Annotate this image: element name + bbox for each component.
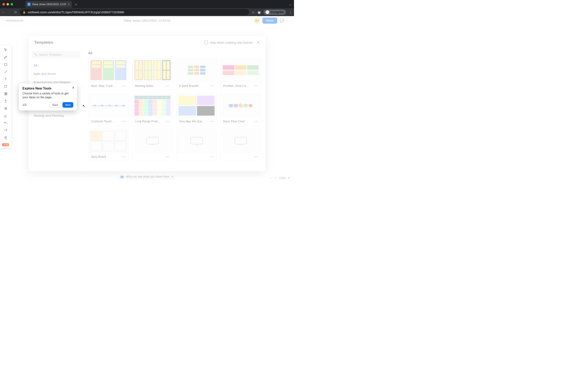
tab-overflow-icon[interactable]: ⌄ <box>289 2 292 6</box>
card-menu-icon[interactable]: ••• <box>210 155 214 158</box>
eraser-tool[interactable] <box>2 113 9 119</box>
trash-tool[interactable] <box>2 135 9 141</box>
templates-tool[interactable] <box>2 91 9 97</box>
skip-label: Skip when creating new boards <box>210 41 252 44</box>
close-tab-icon[interactable]: ✕ <box>68 3 70 6</box>
browser-chrome: Z Daisy Jonas 19/01/2023, 12:03 ✕ ＋ ⌄ ← … <box>0 0 294 16</box>
zoom-level[interactable]: 100% <box>279 176 286 180</box>
page-title[interactable]: Daisy Jonas 19/01/2023, 12:03:03 <box>124 19 170 22</box>
card-menu-icon[interactable]: ••• <box>210 84 214 87</box>
shape-tool[interactable] <box>2 61 9 67</box>
template-thumb <box>221 94 261 118</box>
redo-tool[interactable] <box>2 127 9 133</box>
browser-menu-icon[interactable]: ⋮ <box>289 10 292 14</box>
template-card[interactable]: ••• <box>221 129 261 161</box>
search-placeholder: Search Templates <box>39 53 62 56</box>
incognito-badge[interactable]: Incognito <box>264 9 286 15</box>
template-card[interactable]: ••• <box>176 129 217 161</box>
category-agile[interactable]: Agile and Scrum <box>31 70 81 77</box>
template-card[interactable]: How May We Que…••• <box>176 93 217 125</box>
search-input[interactable]: 🔍 Search Templates <box>31 51 81 58</box>
nav-forward-icon[interactable]: → <box>8 10 11 14</box>
card-menu-icon[interactable]: ••• <box>122 120 126 123</box>
card-menu-icon[interactable]: ••• <box>254 84 258 87</box>
close-banner-icon[interactable]: ✕ <box>171 175 174 178</box>
skip-checkbox-row[interactable]: Skip when creating new boards <box>204 41 252 44</box>
card-menu-icon[interactable]: ••• <box>254 120 258 123</box>
template-card[interactable]: Story Board••• <box>88 129 129 161</box>
template-card[interactable]: Long Range Prod…••• <box>132 93 173 125</box>
more-menu-icon[interactable]: ⋯ <box>287 18 290 23</box>
card-menu-icon[interactable]: ••• <box>166 120 170 123</box>
coach-next-button[interactable]: Next <box>62 102 73 108</box>
zoom-out-icon[interactable]: − <box>270 176 272 180</box>
card-menu-icon[interactable]: ••• <box>210 120 214 123</box>
card-menu-icon[interactable]: ••• <box>254 155 258 158</box>
comments-icon[interactable]: 💬 <box>280 18 284 23</box>
template-name: How May We Que… <box>179 120 208 123</box>
avatar[interactable]: DJ <box>254 18 260 24</box>
app-header: ‹ Whiteboards Daisy Jonas 19/01/2023, 12… <box>0 16 294 25</box>
browser-tab[interactable]: Z Daisy Jonas 19/01/2023, 12:03 ✕ <box>25 1 72 8</box>
line-tool[interactable] <box>2 69 9 75</box>
breadcrumb-label: Whiteboards <box>6 19 24 22</box>
coach-back-button[interactable]: Back <box>50 102 61 108</box>
lock-icon: 🔒 <box>23 11 26 14</box>
template-card[interactable]: ••• <box>132 129 173 161</box>
template-card[interactable]: Customer Touch …••• <box>88 93 129 125</box>
svg-rect-1 <box>4 92 6 95</box>
template-card[interactable]: Start, Stop, Conti…••• <box>88 58 129 90</box>
templates-grid-wrap[interactable]: All Start, Stop, Conti…••• Meeting Notes… <box>84 48 265 171</box>
template-thumb <box>177 94 217 118</box>
nav-back-icon[interactable]: ← <box>2 10 5 14</box>
close-coach-icon[interactable]: ✕ <box>72 86 75 90</box>
select-tool[interactable] <box>2 47 9 53</box>
template-name: Basic Flow Chart <box>223 120 252 123</box>
template-card[interactable]: Basic Flow Chart••• <box>221 93 261 125</box>
visibility-banner[interactable]: 👥 Who can see what you share here ✕ <box>117 173 176 180</box>
address-bar: ← → ⟳ 🔒 us06web.zoom.us/wb/doc/TLUgwvTtR… <box>0 8 294 16</box>
tab-title: Daisy Jonas 19/01/2023, 12:03 <box>32 3 66 6</box>
card-menu-icon[interactable]: ••• <box>122 84 126 87</box>
template-thumb <box>88 129 129 153</box>
url-field[interactable]: 🔒 us06web.zoom.us/wb/doc/TLUgwvTtRhW4iL0… <box>20 9 249 15</box>
template-card[interactable]: 8 Seed Bracket••• <box>176 58 217 90</box>
template-thumb <box>177 58 217 82</box>
template-thumb <box>132 58 173 82</box>
card-menu-icon[interactable]: ••• <box>166 84 170 87</box>
share-button[interactable]: Share <box>262 17 277 24</box>
more-tools[interactable] <box>2 105 9 111</box>
pen-tool[interactable] <box>2 54 9 60</box>
people-icon: 👥 <box>120 175 124 178</box>
search-icon: 🔍 <box>34 53 37 56</box>
zoom-dropdown-icon[interactable]: ▾ <box>288 176 290 180</box>
close-templates-icon[interactable]: ✕ <box>257 40 260 45</box>
card-menu-icon[interactable]: ••• <box>122 155 126 158</box>
sticky-note-tool[interactable] <box>2 83 9 90</box>
coach-tooltip: ✕ Explore New Tools Choose from a variet… <box>19 83 77 110</box>
upload-tool[interactable] <box>2 98 9 104</box>
svg-rect-2 <box>6 92 7 94</box>
text-tool[interactable] <box>2 76 9 82</box>
svg-rect-5 <box>191 137 203 144</box>
template-card[interactable]: Meeting Notes••• <box>132 58 173 90</box>
bookmark-star-icon[interactable]: ☆ <box>252 10 255 14</box>
card-menu-icon[interactable]: ••• <box>166 155 170 158</box>
zoom-favicon-icon: Z <box>27 3 31 6</box>
zoom-in-icon[interactable]: ＋ <box>274 176 277 180</box>
category-strategy[interactable]: Strategy and Planning <box>31 112 81 119</box>
new-tab-button[interactable]: ＋ <box>74 2 78 7</box>
template-card[interactable]: Problem, Root Ca…••• <box>221 58 261 90</box>
skip-checkbox[interactable] <box>204 41 208 44</box>
undo-tool[interactable] <box>2 120 9 126</box>
panel-icon[interactable]: ▣ <box>258 10 261 14</box>
breadcrumb[interactable]: ‹ Whiteboards <box>4 19 24 22</box>
template-name: Long Range Prod… <box>135 120 164 123</box>
template-name: Meeting Notes <box>135 84 164 87</box>
reload-icon[interactable]: ⟳ <box>14 10 17 14</box>
fullscreen-window-button[interactable] <box>11 3 13 6</box>
minimize-window-button[interactable] <box>7 3 9 6</box>
svg-rect-4 <box>147 137 158 144</box>
close-window-button[interactable] <box>2 3 5 6</box>
category-all[interactable]: All <box>31 62 81 69</box>
